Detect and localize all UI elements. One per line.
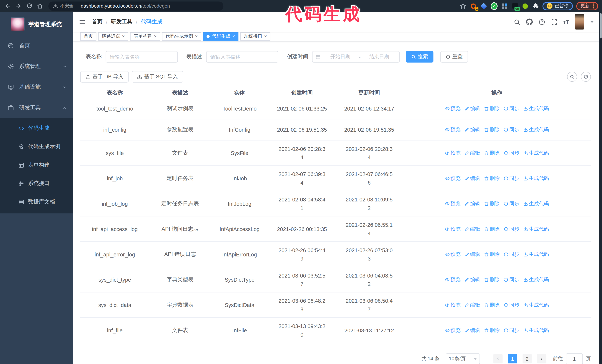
sync-link[interactable]: 同步 — [504, 276, 519, 283]
delete-link[interactable]: 删除 — [484, 226, 500, 232]
close-icon[interactable]: × — [122, 34, 125, 39]
browser-reload-icon[interactable] — [24, 1, 35, 11]
refresh-table-button[interactable] — [581, 72, 591, 82]
tab[interactable]: 系统接口 × — [240, 32, 270, 41]
edit-link[interactable]: 编辑 — [464, 175, 480, 182]
tab[interactable]: 表单构建 × — [130, 32, 160, 41]
bookmark-star-icon[interactable] — [460, 2, 466, 9]
submenu-item[interactable]: 系统接口 — [0, 174, 73, 193]
browser-home-icon[interactable] — [35, 1, 45, 11]
preview-link[interactable]: 预览 — [445, 105, 461, 112]
page-number-button[interactable]: 2 — [523, 354, 532, 364]
submenu-item[interactable]: 代码生成 — [0, 119, 73, 137]
generate-code-link[interactable]: 生成代码 — [523, 327, 549, 334]
date-range-picker[interactable]: 开始日期 - 结束日期 — [312, 51, 400, 62]
preview-link[interactable]: 预览 — [445, 175, 461, 182]
sync-link[interactable]: 同步 — [504, 175, 519, 182]
edit-link[interactable]: 编辑 — [464, 302, 480, 308]
import-db-button[interactable]: 基于 DB 导入 — [80, 71, 129, 82]
next-page-button[interactable] — [537, 354, 547, 364]
tab[interactable]: 代码生成示例 × — [162, 32, 201, 41]
help-icon[interactable] — [538, 19, 545, 25]
fullscreen-icon[interactable] — [551, 19, 557, 25]
sidebar-item-system[interactable]: 系统管理 — [0, 56, 73, 77]
page-number-button[interactable]: 1 — [508, 354, 517, 364]
sync-link[interactable]: 同步 — [504, 327, 519, 334]
delete-link[interactable]: 删除 — [484, 105, 500, 112]
page-size-select[interactable]: 10条/页 — [446, 354, 480, 364]
table-desc-input[interactable] — [206, 51, 279, 62]
generate-code-link[interactable]: 生成代码 — [523, 175, 549, 182]
preview-link[interactable]: 预览 — [445, 276, 461, 283]
browser-menu-icon[interactable] — [593, 3, 594, 9]
generate-code-link[interactable]: 生成代码 — [523, 200, 549, 207]
preview-link[interactable]: 预览 — [445, 327, 461, 334]
tab[interactable]: 首页 — [80, 32, 96, 41]
generate-code-link[interactable]: 生成代码 — [523, 251, 549, 258]
extension-green-icon[interactable] — [522, 2, 529, 9]
preview-link[interactable]: 预览 — [445, 126, 461, 133]
extension-on-icon[interactable]: on — [511, 2, 518, 9]
submenu-item[interactable]: 代码生成示例 — [0, 137, 73, 156]
preview-link[interactable]: 预览 — [445, 149, 461, 156]
generate-code-link[interactable]: 生成代码 — [523, 302, 549, 308]
delete-link[interactable]: 删除 — [484, 251, 500, 258]
toggle-search-button[interactable] — [567, 72, 577, 82]
close-icon[interactable]: × — [264, 34, 267, 39]
extension-gem-icon[interactable] — [480, 2, 487, 9]
close-icon[interactable]: × — [232, 34, 235, 39]
close-icon[interactable]: × — [154, 34, 157, 39]
generate-code-link[interactable]: 生成代码 — [523, 105, 549, 112]
github-icon[interactable] — [526, 19, 533, 25]
edit-link[interactable]: 编辑 — [464, 200, 480, 207]
hamburger-icon[interactable] — [79, 19, 86, 25]
sync-link[interactable]: 同步 — [504, 126, 519, 133]
close-icon[interactable]: × — [195, 34, 198, 39]
window-scrollbar[interactable] — [599, 12, 602, 364]
font-size-icon[interactable]: ᴛT — [563, 19, 569, 25]
prev-page-button[interactable] — [493, 354, 503, 364]
edit-link[interactable]: 编辑 — [464, 105, 480, 112]
sync-link[interactable]: 同步 — [504, 105, 519, 112]
scrollbar-thumb[interactable] — [600, 13, 602, 38]
sync-link[interactable]: 同步 — [504, 200, 519, 207]
edit-link[interactable]: 编辑 — [464, 149, 480, 156]
submenu-item[interactable]: 表单构建 — [0, 156, 73, 174]
preview-link[interactable]: 预览 — [445, 226, 461, 232]
preview-link[interactable]: 预览 — [445, 302, 461, 308]
edit-link[interactable]: 编辑 — [464, 226, 480, 232]
delete-link[interactable]: 删除 — [484, 149, 500, 156]
generate-code-link[interactable]: 生成代码 — [523, 276, 549, 283]
user-avatar[interactable] — [575, 14, 584, 30]
breadcrumb-home[interactable]: 首页 — [92, 19, 102, 25]
browser-forward-icon[interactable] — [13, 1, 24, 11]
sidebar-logo-row[interactable]: 芋道管理系统 — [0, 12, 73, 34]
edit-link[interactable]: 编辑 — [464, 276, 480, 283]
delete-link[interactable]: 删除 — [484, 126, 500, 133]
reset-button[interactable]: 重置 — [440, 51, 468, 62]
edit-link[interactable]: 编辑 — [464, 126, 480, 133]
extensions-puzzle-icon[interactable] — [532, 2, 539, 9]
profile-paused-pill[interactable]: ☺ 已暂停 — [543, 2, 573, 10]
sidebar-item-devtools[interactable]: 研发工具 — [0, 97, 73, 118]
preview-link[interactable]: 预览 — [445, 251, 461, 258]
sync-link[interactable]: 同步 — [504, 302, 519, 308]
delete-link[interactable]: 删除 — [484, 327, 500, 334]
delete-link[interactable]: 删除 — [484, 276, 500, 283]
edit-link[interactable]: 编辑 — [464, 251, 480, 258]
extension-check-icon[interactable]: ✓ — [491, 2, 497, 9]
submenu-item[interactable]: 数据库文档 — [0, 193, 73, 211]
import-sql-button[interactable]: 基于 SQL 导入 — [132, 71, 183, 82]
sync-link[interactable]: 同步 — [504, 226, 519, 232]
header-search-icon[interactable] — [514, 19, 520, 25]
goto-page-input[interactable] — [566, 354, 583, 364]
delete-link[interactable]: 删除 — [484, 175, 500, 182]
extension-grid-icon[interactable] — [501, 2, 508, 9]
generate-code-link[interactable]: 生成代码 — [523, 126, 549, 133]
breadcrumb-devtools[interactable]: 研发工具 — [111, 19, 132, 25]
sidebar-item-home[interactable]: 首页 — [0, 35, 73, 56]
generate-code-link[interactable]: 生成代码 — [523, 149, 549, 156]
extension-orange-icon[interactable]: 1 — [470, 2, 477, 9]
table-name-input[interactable] — [106, 51, 178, 62]
browser-update-button[interactable]: 更新 — [576, 2, 598, 10]
